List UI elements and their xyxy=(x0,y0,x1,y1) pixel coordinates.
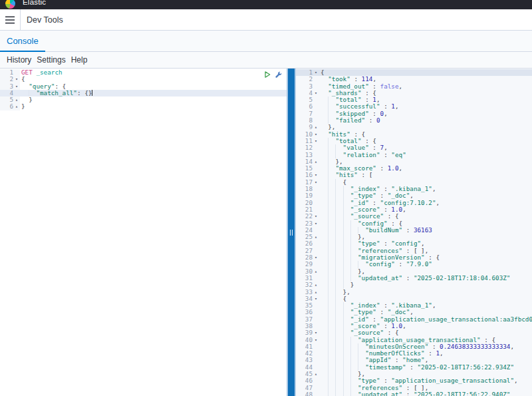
code-line[interactable]: 40▾"application_usage_transactional" : { xyxy=(296,337,532,343)
code-line[interactable]: 33▴}, xyxy=(296,289,532,296)
code-line[interactable]: 43"appId" : "home", xyxy=(296,357,532,363)
code-line[interactable]: 36"_type" : "_doc", xyxy=(296,309,532,315)
history-menu-item[interactable]: History xyxy=(7,55,31,65)
code-line[interactable]: 32▴} xyxy=(296,282,532,288)
code-line[interactable]: 1▾{ xyxy=(296,69,532,76)
fold-close-icon[interactable]: ▴ xyxy=(313,268,319,275)
code-line[interactable]: 21"_score" : 1.0, xyxy=(296,206,532,213)
send-request-button[interactable] xyxy=(263,71,271,79)
code-line[interactable]: 37"_id" : "application_usage_transaction… xyxy=(296,316,532,323)
code-line[interactable]: 39▾"_source" : { xyxy=(296,329,532,336)
code-line[interactable]: 18"_index" : ".kibana_1", xyxy=(296,186,532,192)
code-line[interactable]: 5▴} xyxy=(0,97,287,103)
code-line[interactable]: 8"failed" : 0 xyxy=(296,117,532,124)
line-number: 48 xyxy=(296,391,313,396)
code-line[interactable]: 42"numberOfClicks" : 1, xyxy=(296,350,532,357)
code-line[interactable]: 28▾"migrationVersion" : { xyxy=(296,254,532,261)
breadcrumb[interactable]: Dev Tools xyxy=(21,9,63,30)
fold-open-icon[interactable]: ▾ xyxy=(313,90,319,97)
code-line[interactable]: 12"value" : 7, xyxy=(296,144,532,151)
code-line[interactable]: 9▴}, xyxy=(296,124,532,130)
hamburger-menu-icon[interactable] xyxy=(0,9,20,30)
code-line[interactable]: 22▾"_source" : { xyxy=(296,213,532,220)
code-line[interactable]: 15"max_score" : 1.0, xyxy=(296,165,532,172)
code-line[interactable]: 2▾{ xyxy=(0,76,287,83)
play-icon xyxy=(263,71,271,79)
fold-open-icon[interactable]: ▾ xyxy=(313,220,319,227)
fold-open-icon[interactable]: ▾ xyxy=(313,254,319,261)
code-line[interactable]: 35"_index" : ".kibana_1", xyxy=(296,302,532,309)
code-line[interactable]: 45▴}, xyxy=(296,371,532,377)
fold-open-icon[interactable]: ▾ xyxy=(313,138,319,144)
code-line[interactable]: 19"_type" : "_doc", xyxy=(296,192,532,199)
code-line[interactable]: 14▴}, xyxy=(296,158,532,165)
fold-open-icon[interactable]: ▾ xyxy=(313,296,319,302)
console-menu-bar: History Settings Help xyxy=(0,52,532,69)
fold-open-icon[interactable]: ▾ xyxy=(313,329,319,336)
fold-spacer xyxy=(313,110,319,117)
code-line[interactable]: 4"match_all": {} xyxy=(0,90,287,97)
breadcrumb-bar: Dev Tools xyxy=(0,9,532,31)
fold-open-icon[interactable]: ▾ xyxy=(313,213,319,220)
code-line[interactable]: 38"_score" : 1.0, xyxy=(296,323,532,329)
fold-spacer xyxy=(313,117,319,124)
pane-resizer-handle xyxy=(290,230,293,236)
fold-spacer xyxy=(313,192,319,199)
fold-close-icon[interactable]: ▴ xyxy=(313,158,319,165)
code-line[interactable]: 17▾{ xyxy=(296,179,532,186)
elastic-logo[interactable] xyxy=(5,0,15,9)
pane-resizer[interactable] xyxy=(287,69,296,396)
code-line[interactable]: 6"successful" : 1, xyxy=(296,103,532,110)
fold-open-icon[interactable]: ▾ xyxy=(313,179,319,186)
code-line[interactable]: 41"minutesOnScreen" : 0.2463833333333333… xyxy=(296,343,532,350)
code-line[interactable]: 48"updated_at" : "2025-02-18T17:56:22.94… xyxy=(296,391,532,396)
tab-console[interactable]: Console xyxy=(0,31,45,51)
settings-menu-item[interactable]: Settings xyxy=(37,55,65,65)
fold-close-icon[interactable]: ▴ xyxy=(313,289,319,296)
code-line[interactable]: 10▾"hits" : { xyxy=(296,131,532,138)
help-menu-item[interactable]: Help xyxy=(71,55,88,65)
code-line[interactable]: 11▾"total" : { xyxy=(296,138,532,144)
code-line[interactable]: 20"_id" : "config:7.10.2", xyxy=(296,200,532,206)
code-line[interactable]: 1GET _search xyxy=(0,69,287,76)
tab-bar: Console xyxy=(0,31,532,52)
code-line[interactable]: 2"took" : 114, xyxy=(296,76,532,83)
code-line[interactable]: 34▾{ xyxy=(296,296,532,302)
code-line[interactable]: 29"config" : "7.9.0" xyxy=(296,261,532,268)
code-line[interactable]: 4▾"_shards" : { xyxy=(296,90,532,97)
code-line[interactable]: 25▴}, xyxy=(296,234,532,240)
code-line[interactable]: 16▾"hits" : [ xyxy=(296,172,532,178)
request-options-button[interactable] xyxy=(275,71,283,79)
request-editor[interactable]: 1GET _search2▾{3▾"query": {4"match_all":… xyxy=(0,69,287,396)
code-line[interactable]: 24"buildNum" : 36163 xyxy=(296,227,532,234)
code-line[interactable]: 46"type" : "application_usage_transactio… xyxy=(296,377,532,384)
code-line[interactable]: 3"timed_out" : false, xyxy=(296,83,532,90)
code-line[interactable]: 7"skipped" : 0, xyxy=(296,110,532,117)
code-line[interactable]: 30▴}, xyxy=(296,268,532,275)
code-line[interactable]: 44"timestamp" : "2025-02-18T17:56:22.934… xyxy=(296,364,532,371)
code-line[interactable]: 23▾"config" : { xyxy=(296,220,532,227)
fold-close-icon[interactable]: ▴ xyxy=(313,124,319,130)
fold-open-icon[interactable]: ▾ xyxy=(13,83,20,90)
code-line[interactable]: 31"updated_at" : "2025-02-18T17:18:04.60… xyxy=(296,275,532,282)
fold-open-icon[interactable]: ▾ xyxy=(313,131,319,138)
fold-open-icon[interactable]: ▾ xyxy=(313,337,319,343)
fold-close-icon[interactable]: ▴ xyxy=(313,282,319,288)
fold-close-icon[interactable]: ▴ xyxy=(313,371,319,377)
code-line[interactable]: 26"type" : "config", xyxy=(296,240,532,247)
fold-close-icon[interactable]: ▴ xyxy=(313,234,319,240)
fold-close-icon[interactable]: ▴ xyxy=(13,103,20,110)
request-actions xyxy=(263,71,283,79)
code-line[interactable]: 27"references" : [ ], xyxy=(296,248,532,254)
code-line[interactable]: 3▾"query": { xyxy=(0,83,287,90)
response-viewer[interactable]: 1▾{2"took" : 114,3"timed_out" : false,4▾… xyxy=(296,69,532,396)
code-line[interactable]: 13"relation" : "eq" xyxy=(296,152,532,158)
fold-open-icon[interactable]: ▾ xyxy=(313,172,319,178)
fold-open-icon[interactable]: ▾ xyxy=(13,76,20,83)
code-line[interactable]: 6▴} xyxy=(0,103,287,110)
code-line[interactable]: 5"total" : 1, xyxy=(296,97,532,103)
fold-open-icon[interactable]: ▾ xyxy=(313,69,319,76)
code-line[interactable]: 47"references" : [ ], xyxy=(296,385,532,391)
fold-close-icon[interactable]: ▴ xyxy=(13,97,20,103)
fold-spacer xyxy=(313,186,319,192)
